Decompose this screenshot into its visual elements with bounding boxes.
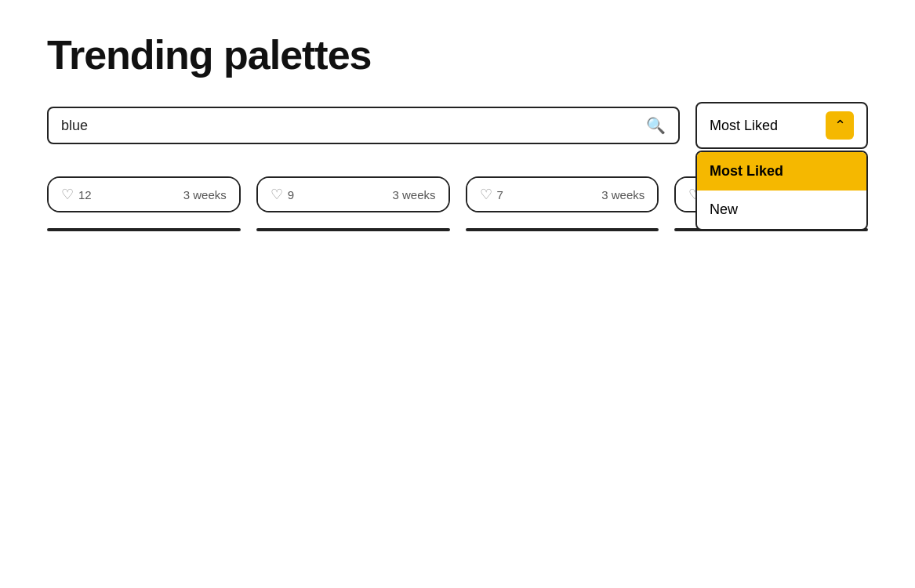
- palette-footer: ♡ 93 weeks: [258, 178, 448, 211]
- heart-icon: ♡: [271, 186, 283, 203]
- palette-time: 3 weeks: [392, 188, 435, 201]
- filter-dropdown: Most Liked New: [695, 151, 868, 230]
- palette-card-p2[interactable]: ♡ 93 weeks: [256, 176, 450, 212]
- filter-option-most-liked[interactable]: Most Liked: [697, 152, 866, 191]
- palette-card-p1[interactable]: ♡ 123 weeks: [47, 176, 241, 212]
- palette-likes[interactable]: ♡ 7: [480, 186, 503, 203]
- palette-footer: ♡ 123 weeks: [49, 178, 239, 211]
- filter-selected-label: Most Liked: [710, 118, 778, 134]
- filter-option-new[interactable]: New: [697, 191, 866, 229]
- filter-wrapper: Most Liked ⌃ Most Liked New: [695, 102, 868, 149]
- palette-likes[interactable]: ♡ 9: [271, 186, 294, 203]
- filter-button[interactable]: Most Liked ⌃: [695, 102, 868, 149]
- heart-icon: ♡: [480, 186, 492, 203]
- heart-icon: ♡: [61, 186, 74, 203]
- likes-count: 12: [78, 188, 92, 201]
- chevron-up-icon: ⌃: [826, 111, 854, 140]
- palette-likes[interactable]: ♡ 12: [61, 186, 92, 203]
- search-input[interactable]: [61, 118, 646, 134]
- palette-time: 3 weeks: [601, 188, 644, 201]
- palette-card-p6[interactable]: [256, 228, 450, 231]
- palette-card-p7[interactable]: [466, 228, 659, 231]
- palette-time: 3 weeks: [183, 188, 227, 201]
- palette-card-p5[interactable]: [47, 228, 241, 231]
- likes-count: 7: [497, 188, 503, 201]
- search-box: 🔍: [47, 107, 680, 144]
- page-title: Trending palettes: [47, 31, 868, 78]
- palette-footer: ♡ 73 weeks: [467, 178, 658, 211]
- palette-card-p3[interactable]: ♡ 73 weeks: [466, 176, 659, 212]
- likes-count: 9: [288, 188, 294, 201]
- search-icon[interactable]: 🔍: [646, 116, 666, 135]
